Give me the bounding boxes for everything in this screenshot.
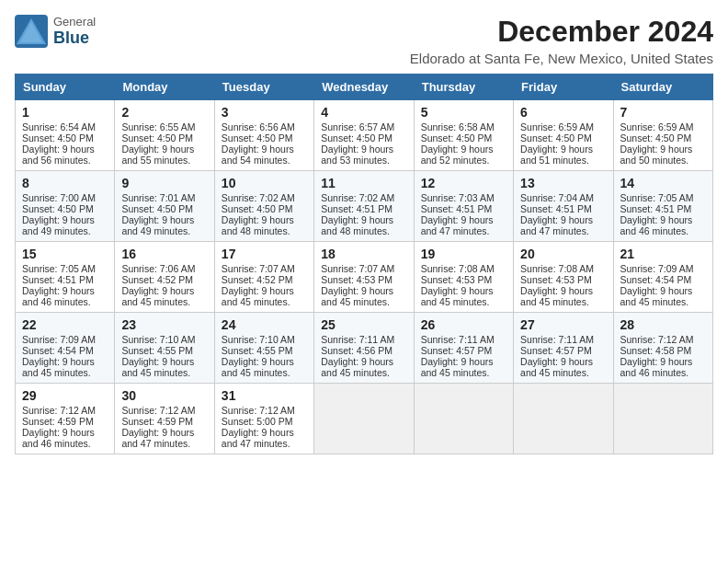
weekday-header-wednesday: Wednesday <box>314 75 414 100</box>
day-info: Sunrise: 7:02 AM <box>222 192 307 203</box>
day-info: Sunset: 4:54 PM <box>620 274 706 285</box>
day-info: and 45 minutes. <box>121 367 207 378</box>
day-info: Sunset: 4:51 PM <box>22 274 108 285</box>
day-info: Sunrise: 7:03 AM <box>421 192 506 203</box>
calendar-cell <box>613 384 712 454</box>
day-info: Sunrise: 7:11 AM <box>421 334 506 345</box>
calendar-cell: 26Sunrise: 7:11 AMSunset: 4:57 PMDayligh… <box>414 313 513 384</box>
calendar-cell: 19Sunrise: 7:08 AMSunset: 4:53 PMDayligh… <box>414 242 513 313</box>
calendar-cell: 13Sunrise: 7:04 AMSunset: 4:51 PMDayligh… <box>514 171 613 242</box>
day-info: and 56 minutes. <box>22 155 108 166</box>
day-info: and 47 minutes. <box>222 438 307 449</box>
day-info: Sunrise: 7:00 AM <box>22 192 108 203</box>
calendar-cell: 14Sunrise: 7:05 AMSunset: 4:51 PMDayligh… <box>613 171 712 242</box>
day-number: 18 <box>321 247 406 261</box>
day-info: Daylight: 9 hours <box>121 214 207 225</box>
day-info: Sunrise: 7:08 AM <box>520 263 606 274</box>
day-info: and 45 minutes. <box>520 296 606 307</box>
day-number: 20 <box>520 247 606 261</box>
day-info: Sunrise: 7:10 AM <box>121 334 207 345</box>
calendar-cell: 1Sunrise: 6:54 AMSunset: 4:50 PMDaylight… <box>16 100 115 171</box>
day-number: 2 <box>121 105 207 120</box>
day-number: 10 <box>222 176 307 190</box>
day-info: Sunrise: 7:12 AM <box>121 405 207 416</box>
day-number: 15 <box>22 247 108 261</box>
title-block: December 2024 Eldorado at Santa Fe, New … <box>410 15 713 66</box>
day-info: Sunset: 4:54 PM <box>22 345 108 356</box>
day-info: Daylight: 9 hours <box>421 356 506 367</box>
day-info: and 45 minutes. <box>421 367 506 378</box>
day-info: Sunrise: 7:01 AM <box>121 192 207 203</box>
calendar-cell: 2Sunrise: 6:55 AMSunset: 4:50 PMDaylight… <box>115 100 214 171</box>
day-info: Sunrise: 6:59 AM <box>620 121 706 132</box>
day-info: and 51 minutes. <box>520 155 606 166</box>
day-number: 17 <box>222 247 307 261</box>
day-info: Daylight: 9 hours <box>321 356 406 367</box>
day-info: and 45 minutes. <box>222 296 307 307</box>
day-info: Daylight: 9 hours <box>222 144 307 155</box>
logo-icon <box>15 15 48 48</box>
day-number: 25 <box>321 317 406 332</box>
day-info: Sunset: 4:50 PM <box>520 132 606 144</box>
day-info: Sunrise: 7:11 AM <box>520 334 606 345</box>
day-info: Sunset: 4:50 PM <box>620 132 706 144</box>
day-number: 21 <box>620 247 706 261</box>
calendar-cell: 11Sunrise: 7:02 AMSunset: 4:51 PMDayligh… <box>314 171 414 242</box>
day-info: Daylight: 9 hours <box>421 144 506 155</box>
day-info: Sunrise: 7:09 AM <box>22 334 108 345</box>
day-info: and 47 minutes. <box>421 225 506 236</box>
day-number: 19 <box>421 247 506 261</box>
day-number: 3 <box>222 105 307 120</box>
calendar-week-row: 15Sunrise: 7:05 AMSunset: 4:51 PMDayligh… <box>16 242 713 313</box>
day-info: Sunset: 4:51 PM <box>520 203 606 214</box>
day-info: Daylight: 9 hours <box>321 144 406 155</box>
day-info: Sunset: 4:58 PM <box>620 345 706 356</box>
day-number: 27 <box>520 317 606 332</box>
day-number: 8 <box>22 176 108 190</box>
day-number: 4 <box>321 105 406 120</box>
weekday-header-monday: Monday <box>115 75 214 100</box>
day-info: Daylight: 9 hours <box>222 214 307 225</box>
day-info: Sunrise: 7:12 AM <box>620 334 706 345</box>
calendar-cell <box>514 384 613 454</box>
day-info: Sunrise: 7:10 AM <box>222 334 307 345</box>
weekday-header-tuesday: Tuesday <box>214 75 313 100</box>
calendar-cell: 30Sunrise: 7:12 AMSunset: 4:59 PMDayligh… <box>115 384 214 454</box>
calendar-cell: 18Sunrise: 7:07 AMSunset: 4:53 PMDayligh… <box>314 242 414 313</box>
day-info: Daylight: 9 hours <box>421 285 506 296</box>
day-info: and 49 minutes. <box>22 225 108 236</box>
day-number: 16 <box>121 247 207 261</box>
day-info: Sunset: 4:50 PM <box>321 132 406 144</box>
day-info: Daylight: 9 hours <box>520 285 606 296</box>
calendar-cell <box>414 384 513 454</box>
day-info: Daylight: 9 hours <box>520 144 606 155</box>
day-info: Sunset: 4:50 PM <box>222 203 307 214</box>
day-info: and 46 minutes. <box>620 225 706 236</box>
calendar-cell: 28Sunrise: 7:12 AMSunset: 4:58 PMDayligh… <box>613 313 712 384</box>
day-info: and 53 minutes. <box>321 155 406 166</box>
day-info: Daylight: 9 hours <box>22 427 108 438</box>
day-info: Daylight: 9 hours <box>22 356 108 367</box>
weekday-header-saturday: Saturday <box>613 75 712 100</box>
day-info: and 45 minutes. <box>620 296 706 307</box>
calendar-cell: 5Sunrise: 6:58 AMSunset: 4:50 PMDaylight… <box>414 100 513 171</box>
day-info: Sunset: 4:59 PM <box>121 416 207 427</box>
logo-blue: Blue <box>53 29 96 48</box>
day-info: and 47 minutes. <box>121 438 207 449</box>
calendar-week-row: 1Sunrise: 6:54 AMSunset: 4:50 PMDaylight… <box>16 100 713 171</box>
day-info: and 45 minutes. <box>421 296 506 307</box>
weekday-header-thursday: Thursday <box>414 75 513 100</box>
weekday-header-sunday: Sunday <box>16 75 115 100</box>
day-number: 6 <box>520 105 606 120</box>
calendar-week-row: 8Sunrise: 7:00 AMSunset: 4:50 PMDaylight… <box>16 171 713 242</box>
calendar-table: SundayMondayTuesdayWednesdayThursdayFrid… <box>15 74 713 454</box>
day-info: Sunset: 4:50 PM <box>121 132 207 144</box>
day-info: Daylight: 9 hours <box>222 285 307 296</box>
calendar-cell: 21Sunrise: 7:09 AMSunset: 4:54 PMDayligh… <box>613 242 712 313</box>
day-number: 9 <box>121 176 207 190</box>
day-number: 14 <box>620 176 706 190</box>
day-number: 1 <box>22 105 108 120</box>
day-number: 23 <box>121 317 207 332</box>
day-info: Daylight: 9 hours <box>22 285 108 296</box>
day-info: Sunset: 4:50 PM <box>22 132 108 144</box>
